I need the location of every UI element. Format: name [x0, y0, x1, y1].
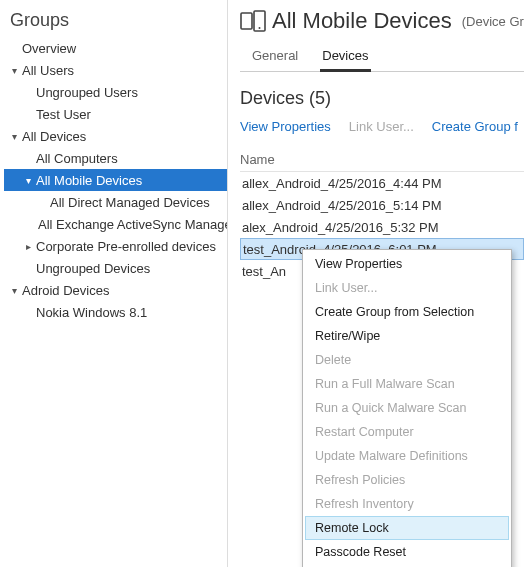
context-menu-item: Refresh Inventory [305, 492, 509, 516]
context-menu-item[interactable]: Remote Lock [305, 516, 509, 540]
chevron-down-icon[interactable]: ▾ [8, 131, 20, 142]
context-menu-item: Refresh Policies [305, 468, 509, 492]
chevron-right-icon[interactable]: ▸ [22, 241, 34, 252]
mobile-devices-icon [240, 10, 266, 32]
tree-item-label: Corporate Pre-enrolled devices [34, 239, 216, 254]
context-menu-item: Update Malware Definitions [305, 444, 509, 468]
tree-item-label: Ungrouped Devices [34, 261, 150, 276]
device-row[interactable]: allex_Android_4/25/2016_4:44 PM [240, 172, 524, 194]
context-menu-item[interactable]: Create Group from Selection [305, 300, 509, 324]
action-bar: View PropertiesLink User...Create Group … [240, 119, 524, 148]
section-title: Devices (5) [240, 72, 524, 119]
tree-item[interactable]: ▾All Users [4, 59, 227, 81]
tree-item[interactable]: All Direct Managed Devices [4, 191, 227, 213]
tree-item-label: Overview [20, 41, 76, 56]
context-menu-item: Link User... [305, 276, 509, 300]
tabs: GeneralDevices [240, 42, 524, 72]
tree-item[interactable]: Ungrouped Devices [4, 257, 227, 279]
sidebar-title: Groups [4, 8, 227, 37]
tree-item[interactable]: All Exchange ActiveSync Managed D [4, 213, 227, 235]
tab-devices[interactable]: Devices [310, 42, 380, 71]
context-menu-item[interactable]: Passcode Reset [305, 540, 509, 564]
action-link[interactable]: Create Group f [432, 119, 518, 134]
tree-item[interactable]: ▾All Mobile Devices [4, 169, 227, 191]
tree-item[interactable]: ▾Adroid Devices [4, 279, 227, 301]
tree-item[interactable]: ▸Corporate Pre-enrolled devices [4, 235, 227, 257]
context-menu-item: Delete [305, 348, 509, 372]
tree-item[interactable]: All Computers [4, 147, 227, 169]
svg-rect-0 [241, 13, 252, 29]
context-menu-item[interactable]: View Properties [305, 252, 509, 276]
svg-point-2 [259, 27, 261, 29]
tree-item-label: All Mobile Devices [34, 173, 142, 188]
tree: Overview▾All UsersUngrouped UsersTest Us… [4, 37, 227, 323]
chevron-down-icon[interactable]: ▾ [8, 285, 20, 296]
tree-item-label: All Exchange ActiveSync Managed D [36, 217, 228, 232]
page-title: All Mobile Devices [272, 8, 452, 34]
tree-item-label: All Users [20, 63, 74, 78]
context-menu: View PropertiesLink User...Create Group … [302, 249, 512, 567]
context-menu-item: Run a Quick Malware Scan [305, 396, 509, 420]
tree-item[interactable]: Nokia Windows 8.1 [4, 301, 227, 323]
tab-general[interactable]: General [240, 42, 310, 71]
tree-item[interactable]: Overview [4, 37, 227, 59]
tree-item[interactable]: Test User [4, 103, 227, 125]
device-row[interactable]: allex_Android_4/25/2016_5:14 PM [240, 194, 524, 216]
context-menu-item: Run a Full Malware Scan [305, 372, 509, 396]
chevron-down-icon[interactable]: ▾ [22, 175, 34, 186]
tree-item-label: Adroid Devices [20, 283, 109, 298]
action-link[interactable]: View Properties [240, 119, 331, 134]
tree-item-label: Ungrouped Users [34, 85, 138, 100]
device-row[interactable]: alex_Android_4/25/2016_5:32 PM [240, 216, 524, 238]
page-header: All Mobile Devices (Device Grou [240, 0, 524, 38]
action-link: Link User... [349, 119, 414, 134]
tree-item-label: Nokia Windows 8.1 [34, 305, 147, 320]
chevron-down-icon[interactable]: ▾ [8, 65, 20, 76]
tree-item-label: All Devices [20, 129, 86, 144]
tree-item-label: All Computers [34, 151, 118, 166]
sidebar: Groups Overview▾All UsersUngrouped Users… [0, 0, 228, 567]
tree-item-label: Test User [34, 107, 91, 122]
tree-item-label: All Direct Managed Devices [48, 195, 210, 210]
tree-item[interactable]: ▾All Devices [4, 125, 227, 147]
tree-item[interactable]: Ungrouped Users [4, 81, 227, 103]
column-header-name[interactable]: Name [240, 148, 524, 172]
context-menu-item: Restart Computer [305, 420, 509, 444]
context-menu-item[interactable]: Retire/Wipe [305, 324, 509, 348]
page-subtitle: (Device Grou [462, 14, 524, 29]
